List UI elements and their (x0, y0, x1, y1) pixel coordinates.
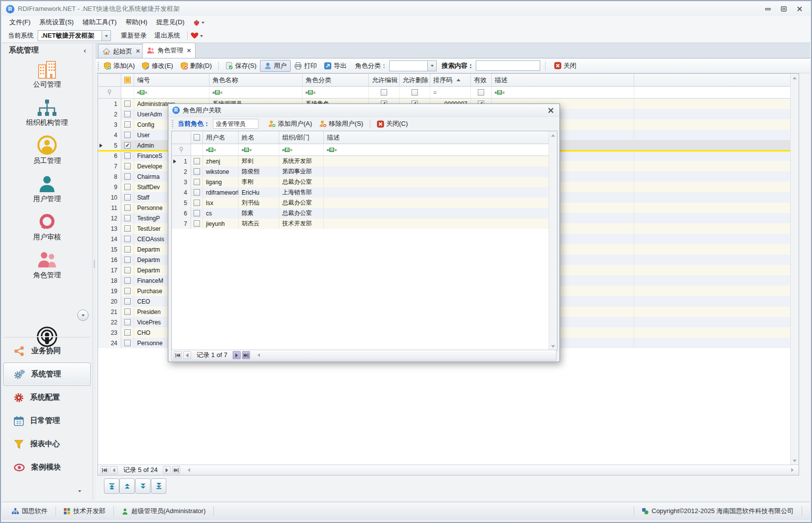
category-combobox[interactable] (389, 60, 437, 71)
menu-tools[interactable]: 辅助工具(T) (78, 16, 121, 29)
tab-home[interactable]: 起始页 ✕ (98, 44, 145, 58)
scroll-down-button[interactable] (77, 310, 89, 321)
sidebar-nav-item[interactable]: 业务协同 (2, 339, 92, 363)
row-checkbox[interactable] (124, 340, 131, 346)
sidebar-module-item[interactable]: 用户审核 (2, 210, 92, 249)
row-checkbox[interactable] (124, 257, 131, 263)
row-checkbox[interactable] (194, 189, 200, 196)
close-button[interactable] (796, 5, 803, 12)
row-checkbox[interactable] (124, 163, 131, 169)
grid-vscrollbar[interactable] (790, 74, 799, 465)
select-all-checkbox[interactable] (124, 77, 131, 83)
dialog-close-button[interactable] (546, 106, 556, 115)
row-checkbox[interactable] (194, 200, 200, 206)
table-row[interactable]: 2 wikstone 陈俊熙 第四事业部 (172, 166, 549, 177)
move-first-button[interactable] (104, 478, 119, 494)
remove-user-button[interactable]: 移除用户(S) (315, 118, 366, 130)
sidebar-module-item[interactable]: 角色管理 (2, 249, 92, 287)
sidebar-nav-item[interactable]: 系统配置 (2, 386, 92, 409)
sidebar-splitter[interactable] (92, 43, 96, 501)
row-checkbox[interactable] (124, 194, 131, 201)
tab-close-icon[interactable]: ✕ (187, 48, 191, 54)
column-header-allow-delete[interactable]: 允许删除 (400, 74, 430, 86)
move-last-button[interactable] (151, 478, 166, 494)
column-header-category[interactable]: 角色分类 (303, 74, 369, 86)
first-record-button[interactable] (174, 351, 182, 359)
export-button[interactable]: 导出 (320, 60, 350, 72)
row-checkbox[interactable] (124, 101, 131, 107)
nav-overflow-icon[interactable] (78, 490, 81, 494)
system-combobox[interactable]: .NET敏捷开发框架 (38, 30, 111, 41)
table-row[interactable]: 3 ligang 李刚 总裁办公室 (172, 177, 549, 187)
row-checkbox[interactable] (124, 111, 131, 117)
maximize-button[interactable] (780, 5, 787, 12)
sidebar-module-item[interactable]: 公司管理 (2, 58, 92, 96)
sidebar-module-item[interactable]: 组织机构管理 (2, 96, 92, 134)
row-checkbox[interactable] (194, 220, 200, 227)
row-checkbox[interactable] (124, 246, 131, 253)
row-checkbox[interactable] (124, 236, 131, 242)
move-down-button[interactable] (135, 478, 151, 494)
row-checkbox[interactable] (124, 267, 131, 273)
menu-feedback[interactable]: 提意见(D) (152, 16, 189, 29)
prev-record-button[interactable] (183, 351, 191, 359)
save-button[interactable]: 保存(S) (222, 60, 260, 72)
column-header-name[interactable]: 姓名 (239, 131, 279, 144)
row-checkbox[interactable] (124, 142, 131, 149)
column-header-desc[interactable]: 描述 (492, 74, 634, 86)
row-checkbox[interactable] (124, 329, 131, 336)
row-checkbox[interactable] (124, 225, 131, 232)
logout-button[interactable]: 退出系统 (151, 29, 184, 42)
hscroll-left-icon[interactable] (255, 353, 260, 357)
combo-drop-button[interactable] (102, 31, 110, 41)
table-row[interactable]: 4 rdiframework EricHu 上海销售部 (172, 187, 549, 198)
current-role-value[interactable]: 业务管理员 (213, 119, 258, 129)
column-header-desc[interactable]: 描述 (324, 131, 549, 144)
column-header-valid[interactable]: 有效 (471, 74, 492, 86)
theme-menu-button[interactable] (189, 18, 208, 27)
move-up-button[interactable] (119, 478, 135, 494)
first-record-button[interactable] (101, 466, 108, 474)
column-header-sort[interactable]: 排序码 (430, 74, 471, 86)
row-checkbox[interactable] (124, 153, 131, 159)
row-checkbox[interactable] (194, 168, 200, 175)
sidebar-nav-item[interactable]: 报表中心 (2, 432, 92, 456)
table-row[interactable]: 7 jieyunh 胡杰云 技术开发部 (172, 218, 549, 229)
minimize-button[interactable] (764, 5, 771, 12)
row-checkbox[interactable] (124, 173, 131, 180)
row-checkbox[interactable] (124, 205, 131, 211)
row-checkbox[interactable] (124, 132, 131, 138)
table-row[interactable]: 6 cs 陈素 总裁办公室 (172, 208, 549, 218)
hscroll-left-icon[interactable] (186, 468, 190, 472)
row-checkbox[interactable] (124, 298, 131, 305)
relogin-button[interactable]: 重新登录 (117, 29, 151, 42)
prev-record-button[interactable] (110, 466, 118, 474)
row-checkbox[interactable] (194, 210, 200, 216)
favorite-heart-icon[interactable] (191, 32, 203, 39)
menu-system-settings[interactable]: 系统设置(S) (35, 16, 78, 29)
row-checkbox[interactable] (124, 288, 131, 294)
next-record-button[interactable] (163, 466, 171, 474)
close-tab-button[interactable]: 关闭 (551, 60, 580, 72)
menu-help[interactable]: 帮助(H) (121, 16, 152, 29)
sidebar-nav-item[interactable]: 系统管理 (3, 363, 91, 386)
hscroll-right-icon[interactable] (791, 468, 796, 472)
last-record-button[interactable] (172, 466, 180, 474)
row-checkbox[interactable] (124, 277, 131, 284)
row-checkbox[interactable] (124, 319, 131, 325)
user-button[interactable]: 用户 (260, 60, 291, 72)
delete-button[interactable]: 删除(D) (177, 60, 215, 72)
column-header-code[interactable]: 编号 (134, 74, 209, 86)
last-record-button[interactable] (242, 351, 250, 359)
row-checkbox[interactable] (194, 158, 200, 164)
select-all-checkbox[interactable] (194, 134, 200, 141)
column-header-user[interactable]: 用户名 (203, 131, 239, 144)
row-checkbox[interactable] (124, 215, 131, 221)
collapse-sidebar-icon[interactable]: ‹ (84, 46, 86, 54)
sidebar-nav-item[interactable]: 日常管理 (2, 409, 92, 432)
menu-file[interactable]: 文件(F) (5, 16, 35, 29)
sidebar-module-item[interactable]: 员工管理 (2, 134, 92, 172)
search-input[interactable] (476, 60, 540, 71)
row-checkbox[interactable] (124, 184, 131, 190)
column-header-org[interactable]: 组织/部门 (279, 131, 324, 144)
